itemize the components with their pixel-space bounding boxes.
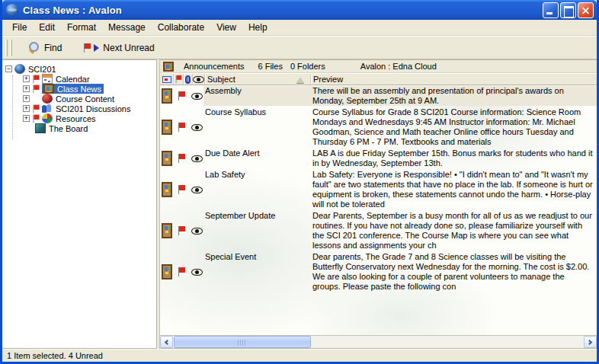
scrollbar-track[interactable] [173,336,584,348]
the-board-icon [35,123,46,133]
tree-item-resources[interactable]: + Resources [2,113,156,123]
selected-tree-item[interactable]: Class News [42,84,104,94]
message-list: Assembly There will be an assembly and p… [160,85,597,335]
list-item-september-update[interactable]: September Update Dear Parents, September… [160,210,597,251]
title-bar: Class News : Avalon [2,0,597,20]
tree-item-course-content[interactable]: + Course Content [2,94,156,104]
viewed-eye-icon [191,269,203,276]
status-bar: 1 Item selected. 4 Unread [2,349,597,362]
expand-box-icon[interactable]: + [23,105,30,112]
tree-item-sci201[interactable]: − SCI201 [2,64,156,74]
menu-format[interactable]: Format [61,21,102,34]
unread-flag-icon [33,104,40,113]
list-item-lab-safety[interactable]: Lab Safety Lab Safety: Everyone is Respo… [160,169,597,210]
list-item-assembly[interactable]: Assembly There will be an assembly and p… [160,85,597,107]
next-unread-button[interactable]: Next Unread [77,40,160,56]
list-item-special-event[interactable]: Special Event Dear parents, The Grade 7 … [160,251,597,292]
viewed-eye-icon [191,124,203,131]
column-flag[interactable] [174,74,184,85]
bulletin-board-icon [163,62,174,72]
menu-collaborate[interactable]: Collaborate [152,21,210,34]
tree-item-class-news[interactable]: + Class News [2,84,156,94]
column-viewed[interactable] [193,74,205,85]
item-subject: September Update [203,211,310,251]
app-window: Class News : Avalon File Edit Format Mes… [0,0,599,364]
panel-info-bar: Announcements 6 Files 0 Folders Avalon :… [160,60,597,73]
discussions-people-icon [42,104,53,113]
menu-edit[interactable]: Edit [33,21,61,34]
menu-file[interactable]: File [6,21,33,34]
unread-flag-icon [178,154,186,163]
toolbar-grip[interactable] [5,40,8,56]
toolbar: Find Next Unread [2,36,597,59]
tree-item-label: SCI201 [27,65,57,74]
item-subject: Course Syllabus [203,107,310,147]
viewed-eye-icon [191,93,203,100]
item-preview: LAB A is due Friday September 15th. Bonu… [310,148,597,168]
expand-box-icon[interactable]: + [23,85,30,92]
folders-count: 0 Folders [290,62,325,71]
unread-flag-icon [178,91,186,101]
status-text: 1 Item selected. 4 Unread [7,351,103,360]
conference-globe-icon [14,64,25,74]
bulletin-board-icon [162,223,172,238]
menu-help[interactable]: Help [242,21,274,34]
unread-flag-icon [33,85,40,93]
list-item-due-date-alert[interactable]: Due Date Alert LAB A is due Friday Septe… [160,148,597,169]
window-controls [543,2,594,18]
message-type-icon [162,76,171,83]
resources-icon [42,113,53,123]
bulletin-board-icon [162,264,172,279]
scrollbar-thumb[interactable] [174,336,311,348]
item-subject: Assembly [203,86,310,106]
tree-item-label: Resources [55,114,97,123]
announcements-panel: Announcements 6 Files 0 Folders Avalon :… [160,59,597,349]
chevron-right-icon [587,340,592,345]
column-attachment[interactable] [184,74,193,85]
panel-title: Announcements [184,62,245,71]
app-globe-icon [6,4,18,16]
tree-item-label: SCI201 Discussions [55,104,131,113]
expand-box-icon[interactable]: + [23,95,30,102]
menu-message[interactable]: Message [102,21,152,34]
bulletin-board-icon [162,88,172,104]
menu-view[interactable]: View [210,21,242,34]
find-button[interactable]: Find [22,40,68,56]
expand-box-icon[interactable]: + [23,75,30,82]
window-title: Class News : Avalon [23,5,543,16]
column-message-type[interactable] [160,74,174,85]
item-icon-cell [160,211,203,251]
tree-item-label: Calendar [55,75,91,84]
tree-item-the-board[interactable]: The Board [2,123,156,133]
column-preview[interactable]: Preview [311,74,597,85]
flag-icon [83,43,91,53]
scroll-right-button[interactable] [584,336,597,348]
toolbar-grip[interactable] [10,40,12,56]
item-subject: Due Date Alert [203,148,310,168]
item-icon-cell [160,170,203,209]
tree-item-calendar[interactable]: + Calendar [2,74,156,84]
tree-item-label: The Board [48,124,88,133]
sort-ascending-icon[interactable] [296,77,304,83]
item-preview: Course Syllabus for Grade 8 SCI201 Cours… [310,107,597,147]
unread-flag-icon [178,123,186,132]
minimize-button[interactable] [543,2,559,18]
close-button[interactable] [578,2,594,18]
item-subject: Special Event [203,252,310,292]
main-area: − SCI201 + Calendar + Class News + [2,59,597,349]
next-arrow-icon [94,44,99,52]
item-preview: Lab Safety: Everyone is Responsible! • "… [310,170,597,209]
scroll-left-button[interactable] [160,336,173,348]
maximize-button[interactable] [560,2,576,18]
horizontal-scrollbar[interactable] [160,335,597,348]
bulletin-board-icon [162,151,172,166]
list-item-course-syllabus[interactable]: Course Syllabus Course Syllabus for Grad… [160,107,597,148]
unread-flag-icon [178,226,186,235]
expand-box-icon[interactable]: + [23,115,30,122]
tree-item-sci201-discussions[interactable]: + SCI201 Discussions [2,104,156,113]
collapse-box-icon[interactable]: − [5,65,12,72]
column-subject[interactable]: Subject [205,74,311,85]
item-icon-cell [160,107,203,147]
bulletin-board-icon [43,84,54,94]
tree-item-label: Course Content [55,94,115,104]
